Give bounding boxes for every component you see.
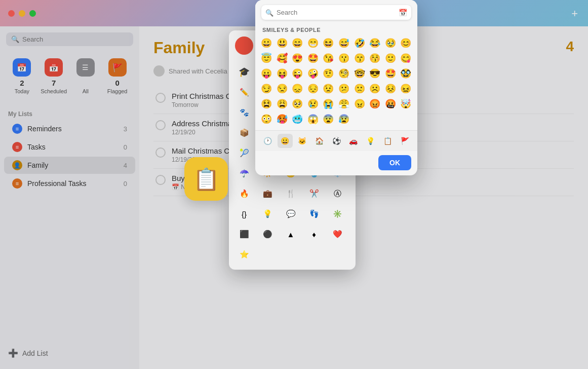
emoji-cell[interactable]: 😡 xyxy=(368,97,382,111)
emoji-cell[interactable]: 🥹 xyxy=(383,36,398,50)
icon-cell-tennis[interactable]: 🎾 xyxy=(235,144,253,162)
emoji-cell[interactable]: 😳 xyxy=(259,112,273,126)
emoji-cell[interactable]: 😣 xyxy=(383,82,398,96)
emoji-ok-button[interactable]: OK xyxy=(378,155,411,170)
icon-cell-asterisk[interactable]: ✳️ xyxy=(328,205,346,223)
emoji-cell[interactable]: 🙁 xyxy=(352,82,367,96)
emoji-cell[interactable]: 🥰 xyxy=(275,51,289,65)
emoji-section-label: SMILEYS & PEOPLE xyxy=(255,25,417,36)
emoji-cell[interactable]: 🤯 xyxy=(399,97,413,111)
icon-cell-footprint[interactable]: 👣 xyxy=(305,205,323,223)
emoji-cat-smileys[interactable]: 😀 xyxy=(278,134,293,148)
icon-cell-chat[interactable]: 💬 xyxy=(282,205,300,223)
emoji-cell[interactable]: 😘 xyxy=(321,51,335,65)
emoji-cell[interactable]: 😒 xyxy=(275,82,289,96)
emoji-cell[interactable]: 😇 xyxy=(259,51,273,65)
emoji-cell[interactable]: 🤓 xyxy=(352,66,367,81)
emoji-search-wrapper: 🔍 📅 xyxy=(261,5,411,20)
emoji-cell[interactable]: 😕 xyxy=(337,82,351,96)
emoji-cat-symbols[interactable]: 💡 xyxy=(363,134,378,148)
icon-cell-box[interactable]: 📦 xyxy=(235,124,253,142)
icon-cell-briefcase[interactable]: 💼 xyxy=(258,184,277,203)
emoji-cell[interactable]: 😋 xyxy=(399,51,413,65)
emoji-cell[interactable]: 🤨 xyxy=(321,66,335,81)
icon-cell-circle[interactable]: ⚫ xyxy=(258,225,277,243)
emoji-cell[interactable]: 😞 xyxy=(290,82,304,96)
emoji-picker: 🔍 📅 SMILEYS & PEOPLE 😀 😃 😄 😁 😆 😅 🤣 😂 🥹 😊… xyxy=(255,0,417,175)
emoji-cell[interactable]: 😱 xyxy=(306,112,320,126)
emoji-cat-travel[interactable]: 🚗 xyxy=(346,134,361,148)
emoji-cat-activities[interactable]: ⚽ xyxy=(329,134,344,148)
emoji-cell[interactable]: 🙂 xyxy=(383,51,398,65)
emoji-cell[interactable]: 😀 xyxy=(259,36,273,50)
emoji-cell[interactable]: 😫 xyxy=(259,97,273,111)
emoji-cell[interactable]: 😝 xyxy=(275,66,289,81)
emoji-search-bar: 🔍 📅 xyxy=(255,0,417,25)
emoji-cell[interactable]: ☹️ xyxy=(368,82,382,96)
emoji-cell[interactable]: 😨 xyxy=(321,112,335,126)
emoji-cell[interactable]: 🧐 xyxy=(337,66,351,81)
emoji-cell[interactable]: 😎 xyxy=(368,66,382,81)
icon-cell-braces[interactable]: {} xyxy=(235,205,253,223)
color-red[interactable] xyxy=(235,36,253,55)
emoji-cell[interactable]: 😊 xyxy=(399,36,413,50)
emoji-search-input[interactable] xyxy=(261,5,411,20)
emoji-cell[interactable]: 🤬 xyxy=(383,97,398,111)
emoji-cell[interactable]: 😜 xyxy=(290,66,304,81)
emoji-cat-recent[interactable]: 🕐 xyxy=(260,134,276,148)
emoji-cell[interactable]: 😖 xyxy=(399,82,413,96)
emoji-cell[interactable]: 😔 xyxy=(306,82,320,96)
emoji-search-icon: 🔍 xyxy=(265,9,273,16)
emoji-cell[interactable]: 😠 xyxy=(352,97,367,111)
list-icon-preview: 📋 xyxy=(184,157,228,201)
emoji-cell[interactable]: 😗 xyxy=(337,51,351,65)
emoji-cell[interactable]: 😚 xyxy=(368,51,382,65)
emoji-cell[interactable]: 😂 xyxy=(368,36,382,50)
emoji-category-bar: 🕐 😀 🐱 🏠 ⚽ 🚗 💡 📋 🚩 xyxy=(255,130,417,151)
emoji-cell[interactable]: 🤩 xyxy=(306,51,320,65)
emoji-cell[interactable]: 😟 xyxy=(321,82,335,96)
emoji-cell[interactable]: 🥸 xyxy=(399,66,413,81)
emoji-cell[interactable]: 😛 xyxy=(259,66,273,81)
emoji-cell[interactable]: 😢 xyxy=(306,97,320,111)
emoji-cell[interactable]: 😍 xyxy=(290,51,304,65)
emoji-cell[interactable]: 😁 xyxy=(306,36,320,50)
emoji-calendar-icon[interactable]: 📅 xyxy=(399,9,407,17)
icon-cell-heart[interactable]: ❤️ xyxy=(328,225,346,243)
emoji-cat-flags[interactable]: 🚩 xyxy=(397,134,412,148)
emoji-grid: 😀 😃 😄 😁 😆 😅 🤣 😂 🥹 😊 😇 🥰 😍 🤩 😘 😗 😙 😚 🙂 😋 … xyxy=(255,36,417,130)
icon-cell-scissors[interactable]: ✂️ xyxy=(305,184,323,203)
emoji-cat-animals[interactable]: 🐱 xyxy=(295,134,310,148)
emoji-cell[interactable]: 😤 xyxy=(337,97,351,111)
icon-cell-umbrella[interactable]: ☂️ xyxy=(235,164,253,182)
emoji-cell[interactable]: 😏 xyxy=(259,82,273,96)
emoji-cell[interactable]: 🤩 xyxy=(383,66,398,81)
icon-cell-graduation[interactable]: 🎓 xyxy=(235,63,253,81)
emoji-cell[interactable]: 😙 xyxy=(352,51,367,65)
emoji-cat-food[interactable]: 📋 xyxy=(380,134,395,148)
icon-cell-star[interactable]: ⭐ xyxy=(235,245,253,264)
emoji-cell[interactable]: 🥺 xyxy=(290,97,304,111)
emoji-cell[interactable]: 😄 xyxy=(290,36,304,50)
emoji-cat-objects[interactable]: 🏠 xyxy=(311,134,327,148)
icon-cell-triangle[interactable]: ▲ xyxy=(282,225,300,243)
icon-cell-fire[interactable]: 🔥 xyxy=(235,184,253,203)
emoji-cell[interactable]: 😭 xyxy=(321,97,335,111)
emoji-cell[interactable]: 😃 xyxy=(275,36,289,50)
icon-cell-pencil[interactable]: ✏️ xyxy=(235,83,253,101)
icon-cell-alpha[interactable]: Ⓐ xyxy=(328,184,346,203)
emoji-cell[interactable]: 🥵 xyxy=(275,112,289,126)
emoji-cell[interactable]: 🤣 xyxy=(352,36,367,50)
icon-cell-paw[interactable]: 🐾 xyxy=(235,103,253,122)
emoji-cell[interactable]: 🤪 xyxy=(306,66,320,81)
emoji-cell[interactable]: 😩 xyxy=(275,97,289,111)
emoji-cell[interactable]: 😰 xyxy=(337,112,351,126)
emoji-cell[interactable]: 🥶 xyxy=(290,112,304,126)
icon-cell-bulb[interactable]: 💡 xyxy=(258,205,277,223)
icon-cell-diamond[interactable]: ♦️ xyxy=(305,225,323,243)
emoji-cell[interactable]: 😅 xyxy=(337,36,351,50)
icon-cell-utensils[interactable]: 🍴 xyxy=(282,184,300,203)
icon-cell-square[interactable]: ⬛ xyxy=(235,225,253,243)
emoji-cell[interactable]: 😆 xyxy=(321,36,335,50)
